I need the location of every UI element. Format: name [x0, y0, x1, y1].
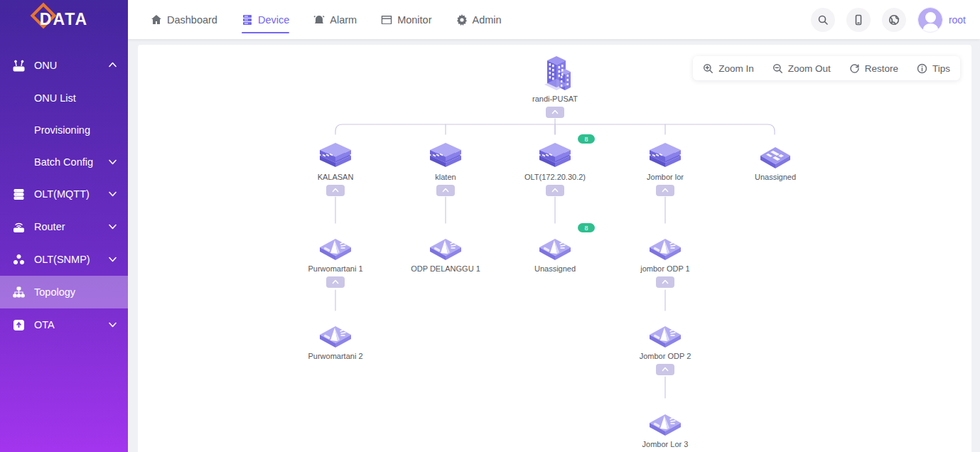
- sidebar-item-label: Topology: [34, 286, 75, 298]
- chevron-down-icon: [109, 156, 117, 168]
- tab-monitor[interactable]: Monitor: [381, 0, 431, 39]
- search-button[interactable]: [811, 8, 835, 32]
- node-label: randi-PUSAT: [532, 95, 578, 103]
- sidebar-item-onu-list[interactable]: ONU List: [0, 82, 128, 114]
- tips-label: Tips: [932, 63, 950, 74]
- chevron-down-icon: [109, 254, 117, 265]
- node-label: Purwomartani 2: [308, 352, 362, 360]
- language-button[interactable]: [882, 8, 906, 32]
- tab-device[interactable]: Device: [242, 0, 289, 39]
- sidebar-item-label: Provisioning: [34, 124, 90, 136]
- sidebar-item-olt-mqtt[interactable]: OLT(MQTT): [0, 178, 128, 210]
- app-logo[interactable]: DATA: [0, 0, 128, 39]
- mobile-button[interactable]: [846, 8, 871, 32]
- olt-device-icon: [427, 136, 464, 170]
- user-menu[interactable]: root: [917, 7, 966, 33]
- topology-node-jombor-odp-2[interactable]: Jombor ODP 2: [615, 312, 715, 375]
- sidebar-item-topology[interactable]: Topology: [0, 276, 128, 308]
- collapse-button[interactable]: [546, 107, 564, 118]
- topology-node-jombor-lor-3[interactable]: Jombor Lor 3: [615, 400, 715, 448]
- topology-node-kalasan[interactable]: KALASAN: [286, 136, 385, 196]
- tab-alarm[interactable]: Alarm: [313, 0, 357, 39]
- collapse-button[interactable]: [656, 364, 674, 375]
- node-label: Unassigned: [534, 264, 576, 273]
- node-label: Purwomartani 1: [308, 264, 362, 273]
- monitor-window-icon: [381, 14, 392, 26]
- top-header: Dashboard Device Alarm Monitor Admin: [0, 0, 980, 39]
- sidebar-item-label: OLT(MQTT): [34, 188, 90, 200]
- sidebar-item-label: OTA: [34, 319, 55, 330]
- restore-label: Restore: [865, 63, 898, 74]
- zoom-in-icon: [703, 63, 714, 74]
- zoom-out-label: Zoom Out: [788, 63, 831, 74]
- olt-device-icon: [537, 136, 574, 170]
- topology-node-jombor-odp-1[interactable]: jombor ODP 1: [615, 225, 715, 288]
- home-icon: [151, 14, 162, 26]
- onu-count-badge: 8: [578, 223, 595, 232]
- main-nav: Dashboard Device Alarm Monitor Admin: [151, 0, 502, 39]
- tab-label: Admin: [473, 14, 502, 26]
- sidebar-item-label: OLT(SNMP): [34, 254, 90, 265]
- zoom-out-button[interactable]: Zoom Out: [772, 63, 831, 74]
- sidebar-menu: ONU ONU List Provisioning Batch Config O…: [0, 39, 128, 341]
- topology-node-purwomartani-2[interactable]: Purwomartani 2: [286, 312, 385, 360]
- sidebar-item-label: ONU: [34, 60, 57, 71]
- node-label: Jombor lor: [647, 173, 684, 181]
- topology-canvas[interactable]: Zoom In Zoom Out Restore Tips: [138, 45, 971, 452]
- collapse-button[interactable]: [436, 185, 455, 196]
- collapse-button[interactable]: [656, 276, 674, 288]
- restore-button[interactable]: Restore: [849, 63, 898, 74]
- topology-node-purwomartani-1[interactable]: Purwomartani 1: [286, 225, 385, 288]
- node-label: Unassigned: [755, 173, 796, 181]
- chevron-down-icon: [109, 221, 117, 232]
- olt-device-icon: [317, 136, 354, 170]
- router-icon: [13, 221, 25, 233]
- collapse-button[interactable]: [656, 185, 674, 196]
- topology-node-randi-pusat[interactable]: randi-PUSAT: [505, 50, 605, 118]
- sidebar-item-batch-config[interactable]: Batch Config: [0, 146, 128, 178]
- topology-node-odp-delanggu-1[interactable]: ODP DELANGGU 1: [396, 225, 495, 273]
- tips-button[interactable]: Tips: [917, 63, 950, 74]
- sidebar-item-provisioning[interactable]: Provisioning: [0, 114, 128, 146]
- restore-icon: [849, 63, 860, 74]
- tab-dashboard[interactable]: Dashboard: [151, 0, 217, 39]
- odp-splitter-icon: [648, 312, 682, 349]
- node-label: ODP DELANGGU 1: [411, 264, 480, 273]
- sidebar-item-label: Batch Config: [34, 156, 93, 168]
- avatar: [917, 7, 943, 33]
- odp-splitter-icon: [538, 225, 572, 262]
- search-icon: [817, 14, 829, 26]
- collapse-button[interactable]: [326, 185, 345, 196]
- collapse-button[interactable]: [546, 185, 564, 196]
- tab-admin[interactable]: Admin: [456, 0, 502, 39]
- onu-modem-icon: [13, 60, 25, 72]
- topology-node-unassigned-device[interactable]: Unassigned: [726, 136, 825, 181]
- topology-node-jombor-lor[interactable]: Jombor lor: [615, 136, 715, 196]
- topology-node-klaten[interactable]: klaten: [396, 136, 495, 196]
- node-label: jombor ODP 1: [640, 264, 690, 273]
- sidebar-item-router[interactable]: Router: [0, 210, 128, 243]
- node-label: Jombor ODP 2: [640, 352, 691, 360]
- node-label: KALASAN: [318, 173, 354, 181]
- tab-label: Monitor: [397, 14, 431, 26]
- topology-node-olt-172-20-30-2[interactable]: 8 OLT(172.20.30.2): [505, 136, 605, 196]
- server-stack-icon: [13, 188, 25, 200]
- node-label: Jombor Lor 3: [642, 440, 689, 448]
- collapse-button[interactable]: [326, 276, 345, 288]
- sidebar-item-onu[interactable]: ONU: [0, 49, 128, 82]
- tab-label: Dashboard: [167, 14, 217, 26]
- sidebar-item-ota[interactable]: OTA: [0, 308, 128, 341]
- sidebar-item-label: ONU List: [34, 92, 76, 104]
- onu-count-badge: 8: [578, 134, 595, 144]
- chevron-down-icon: [109, 319, 117, 330]
- zoom-in-button[interactable]: Zoom In: [703, 63, 754, 74]
- ota-upload-icon: [13, 319, 25, 331]
- graph-toolbar: Zoom In Zoom Out Restore Tips: [693, 56, 960, 80]
- alarm-icon: [313, 14, 325, 26]
- topology-node-unassigned-odp[interactable]: 8 Unassigned: [505, 225, 605, 273]
- zoom-out-icon: [772, 63, 783, 74]
- sidebar-item-olt-snmp[interactable]: OLT(SNMP): [0, 243, 128, 276]
- zoom-in-label: Zoom In: [718, 63, 754, 74]
- odp-splitter-icon: [318, 225, 352, 262]
- node-label: klaten: [435, 173, 456, 181]
